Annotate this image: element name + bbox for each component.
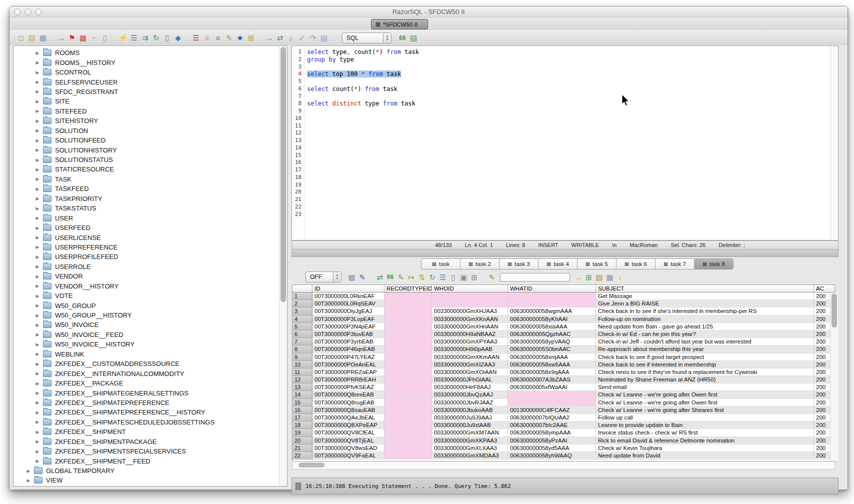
- code-line[interactable]: [307, 130, 830, 137]
- row-number-cell[interactable]: 3: [292, 308, 312, 315]
- cell-whatid[interactable]: 00630000005xfWaAAI: [508, 384, 596, 391]
- cell-id[interactable]: 00T3000000QV9FaEAL: [312, 452, 384, 460]
- close-tab-icon[interactable]: ⊠: [546, 261, 551, 268]
- cell-subject[interactable]: Need update from Bain - gave go ahead 1/…: [596, 323, 814, 330]
- disclosure-triangle-icon[interactable]: ▶: [35, 294, 40, 298]
- tree-item-solution[interactable]: ▶SOLUTION: [14, 126, 279, 136]
- column-icon[interactable]: ▯: [100, 33, 110, 43]
- table-row[interactable]: 1700T3000000QAeJbEAL0033000000Ju9J9AAJ00…: [292, 414, 834, 422]
- cell-subject[interactable]: Invoice status check - check w/ RS first: [596, 429, 814, 436]
- cell-recordtypeid[interactable]: [384, 361, 432, 368]
- disclosure-triangle-icon[interactable]: ▶: [35, 254, 40, 260]
- row-number-cell[interactable]: 18: [292, 422, 312, 429]
- disclosure-triangle-icon[interactable]: ▶: [35, 196, 40, 201]
- cell-recordtypeid[interactable]: [384, 300, 432, 308]
- book-icon[interactable]: ◆: [172, 33, 184, 43]
- close-tab-icon[interactable]: ⊠: [376, 22, 380, 28]
- tree-item-zkfedex-shipment-feed[interactable]: ▶ZKFEDEX__SHIPMENT__FEED: [14, 456, 279, 466]
- table-row[interactable]: 400T3000000P3LopEAF0033000000GmXKnAAN006…: [292, 316, 834, 323]
- code-line[interactable]: select count(*) from task: [307, 86, 830, 93]
- code-line[interactable]: [307, 166, 830, 174]
- cell-whoid[interactable]: 0033000000GmXM7AAN: [432, 429, 508, 436]
- code-line[interactable]: [307, 64, 830, 71]
- code-line[interactable]: select distinct type from task: [307, 100, 830, 108]
- cell-whoid[interactable]: 0033000000H9aNBAAZ: [432, 330, 508, 338]
- grid-horizontal-scrollbar[interactable]: [292, 461, 835, 470]
- code-line[interactable]: [307, 159, 830, 166]
- table-row[interactable]: 100T3000000L0RknEAFGet Massage200: [292, 292, 834, 300]
- cell-id[interactable]: 00T3000000POeAnEAL: [312, 361, 384, 368]
- cell-recordtypeid[interactable]: [384, 444, 432, 452]
- results-tab-task-3[interactable]: ⊠task 3: [500, 259, 538, 269]
- disclosure-triangle-icon[interactable]: ▶: [35, 148, 40, 152]
- title-bar[interactable]: RazorSQL - SFDCW50 II: [10, 6, 848, 18]
- tree-item-sitehistory[interactable]: ▶SITEHISTORY: [14, 116, 279, 126]
- table-row[interactable]: 300T3000000OiyJgEAJ0033000000GmXHJAA3006…: [292, 308, 834, 315]
- table-row[interactable]: 1500T3000000Q8rugEAB0033000000JbvRJAAZCh…: [292, 399, 834, 406]
- cell-recordtypeid[interactable]: [384, 429, 432, 436]
- cell-id[interactable]: 00T3000000QBXPeEAP: [312, 422, 384, 429]
- cell-recordtypeid[interactable]: [384, 452, 432, 460]
- table-row[interactable]: 900T3000000P47LYEAZ0033000000GmXKmAAN006…: [292, 354, 834, 361]
- cell-id[interactable]: 00T3000000PREZaEAP: [312, 368, 384, 376]
- table-row[interactable]: 1400T3000000Q8rexEAB0033000000JbvQzAAJCh…: [292, 391, 834, 398]
- disclosure-triangle-icon[interactable]: ▶: [35, 70, 40, 75]
- cell-recordtypeid[interactable]: [384, 330, 432, 338]
- row-number-cell[interactable]: 15: [292, 399, 312, 406]
- tree-item-w50-invoice-history[interactable]: ▶W50_INVOICE__HISTORY: [14, 340, 279, 349]
- cell-whatid[interactable]: 006300000058xlaAAA: [508, 323, 596, 330]
- code-line[interactable]: [307, 108, 830, 115]
- cell-whatid[interactable]: [508, 399, 596, 406]
- sort-updown-icon[interactable]: ⇅: [416, 272, 427, 282]
- cell-whoid[interactable]: 0033000000GmXHnAAN: [432, 323, 508, 330]
- tree-item-rooms-history[interactable]: ▶ROOMS__HISTORY: [14, 58, 279, 67]
- cell-subject[interactable]: Check w/ Leanne - we're going after Owen…: [596, 391, 814, 398]
- copy-table-icon[interactable]: ⊞: [469, 272, 480, 282]
- copy-results-icon[interactable]: ▣: [458, 272, 469, 282]
- table-row[interactable]: 1800T3000000QBXPeEAP0033000000Ju9zlAAB00…: [292, 422, 834, 429]
- tree-item-weblink[interactable]: ▶WEBLINK: [14, 350, 279, 359]
- cell-id[interactable]: 00T3000000L0RknEAF: [312, 292, 384, 300]
- code-line[interactable]: [307, 204, 830, 211]
- sql-editor[interactable]: 1234567891011121314151617181920212223 se…: [292, 46, 838, 240]
- disclosure-triangle-icon[interactable]: ▶: [35, 449, 40, 454]
- disclosure-triangle-icon[interactable]: ▶: [35, 458, 40, 464]
- editor-text[interactable]: select type, count(*) from taskgroup by …: [307, 48, 830, 218]
- disclosure-triangle-icon[interactable]: ▶: [35, 138, 40, 143]
- disclosure-triangle-icon[interactable]: ▶: [35, 118, 40, 124]
- combo-stepper-icon[interactable]: ▲▼: [383, 33, 391, 43]
- cell-whatid[interactable]: 00630000005S0bnAAC: [508, 346, 596, 353]
- execute-down-icon[interactable]: ↓: [286, 33, 296, 43]
- column-header-ac[interactable]: AC: [814, 285, 835, 292]
- cell-whoid[interactable]: 0033000000GmXHJAA3: [432, 308, 508, 315]
- row-number-cell[interactable]: 9: [292, 354, 312, 361]
- table-row[interactable]: 2200T3000000QV9FaEAL0033000000GmXMDAA300…: [292, 452, 834, 460]
- results-tab-task-5[interactable]: ⊠task 5: [578, 259, 616, 269]
- insert-row-icon[interactable]: ↦: [406, 272, 416, 282]
- disclosure-triangle-icon[interactable]: ▶: [35, 439, 40, 444]
- copy-red-icon[interactable]: ▩: [78, 33, 88, 43]
- results-filter-input[interactable]: [500, 273, 570, 282]
- cell-whatid[interactable]: 006300000058ypVAAQ: [508, 338, 596, 346]
- cell-subject[interactable]: Give Jenn a BIG RAISE: [596, 300, 814, 308]
- row-number-cell[interactable]: 8: [292, 346, 312, 353]
- disclosure-triangle-icon[interactable]: ▶: [35, 167, 40, 172]
- cell-recordtypeid[interactable]: [384, 316, 432, 323]
- results-tab-task[interactable]: ⊠task: [422, 259, 460, 269]
- disclosure-triangle-icon[interactable]: ▶: [35, 108, 40, 114]
- close-tab-icon[interactable]: ⊠: [432, 261, 436, 268]
- row-number-cell[interactable]: 22: [292, 452, 312, 460]
- edit-pencil-icon[interactable]: ✎: [224, 33, 234, 43]
- table-row[interactable]: 600T3000000P3tuvEAB0033000000H9aNBAAZ006…: [292, 330, 834, 338]
- cell-subject[interactable]: Leanne to provide update to Bain: [596, 422, 814, 429]
- grid-hscroll-thumb[interactable]: [298, 462, 324, 468]
- tree-item-view[interactable]: ▶VIEW: [14, 476, 279, 485]
- tree-item-vendor-history[interactable]: ▶VENDOR__HISTORY: [14, 282, 279, 291]
- cell-subject[interactable]: Rick to email David & reference Delmonte…: [596, 437, 814, 444]
- tree-item-staticresource[interactable]: ▶STATICRESOURCE: [14, 164, 279, 174]
- cell-id[interactable]: 00T3000000P47LYEAZ: [312, 354, 384, 361]
- tree-item-zkfedex-package[interactable]: ▶ZKFEDEX__PACKAGE: [14, 378, 279, 388]
- cell-whoid[interactable]: 0033000000JbukoAAB: [432, 406, 508, 414]
- preview-66-icon[interactable]: 66: [385, 272, 396, 282]
- sql-mode-select[interactable]: SQL ▲▼: [342, 32, 392, 44]
